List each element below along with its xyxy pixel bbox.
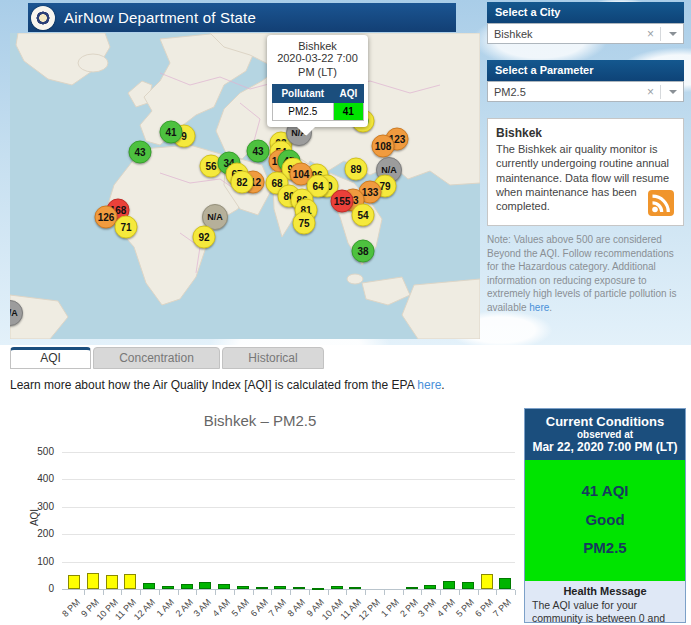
parameter-select-value: PM2.5 bbox=[494, 86, 641, 98]
chart-ytick-label: 0 bbox=[16, 583, 54, 594]
note-period: . bbox=[549, 302, 552, 313]
map-marker[interactable]: 54 bbox=[352, 204, 375, 227]
station-info-box: Bishkek The Bishkek air quality monitor … bbox=[487, 118, 684, 226]
chart-bar bbox=[162, 586, 174, 589]
chart-xtick bbox=[196, 590, 197, 595]
city-clear-icon[interactable]: × bbox=[641, 27, 661, 41]
map-marker[interactable]: 75 bbox=[293, 212, 316, 235]
city-select[interactable]: Bishkek × bbox=[487, 23, 684, 44]
popup-table: Pollutant AQI PM2.5 41 bbox=[272, 84, 364, 121]
chart-bar bbox=[143, 583, 155, 589]
chart-bar bbox=[181, 584, 193, 589]
map-popup: Bishkek 2020-03-22 7:00 PM (LT) Pollutan… bbox=[267, 35, 368, 127]
chart-xtick bbox=[253, 590, 254, 595]
chart-xtick bbox=[178, 590, 179, 595]
map-marker[interactable]: 155 bbox=[331, 190, 354, 213]
chart-gridline bbox=[62, 479, 515, 480]
chart-ytick-label: 100 bbox=[16, 556, 54, 567]
chart-bar bbox=[218, 584, 230, 589]
map-marker[interactable]: 43 bbox=[247, 140, 270, 163]
station-info-title: Bishkek bbox=[496, 126, 675, 140]
chart-bar bbox=[331, 586, 343, 589]
chart-bar bbox=[312, 588, 324, 590]
chart-xtick bbox=[346, 590, 347, 595]
chart-gridline bbox=[62, 562, 515, 563]
chart-xtick bbox=[328, 590, 329, 595]
chart-xtick bbox=[215, 590, 216, 595]
select-city-header: Select a City bbox=[487, 2, 684, 23]
map-marker[interactable]: 108 bbox=[372, 135, 395, 158]
current-conditions-panel: Current Conditions observed at Mar 22, 2… bbox=[524, 408, 686, 623]
map-marker[interactable]: 41 bbox=[160, 121, 183, 144]
chart-xtick bbox=[103, 590, 104, 595]
learn-more-text: Learn more about how the Air Quality Ind… bbox=[10, 378, 417, 392]
chart-gridline bbox=[62, 452, 515, 453]
chart-xtick bbox=[515, 590, 516, 595]
chart-xtick bbox=[478, 590, 479, 595]
tab-aqi[interactable]: AQI bbox=[10, 347, 91, 369]
parameter-caret-icon[interactable] bbox=[669, 90, 677, 98]
chart-x-axis bbox=[62, 589, 515, 590]
rss-icon[interactable] bbox=[648, 190, 674, 216]
popup-datetime: 2020-03-22 7:00 PM (LT) bbox=[271, 52, 364, 80]
chart-bar bbox=[293, 587, 305, 589]
parameter-select[interactable]: PM2.5 × bbox=[487, 81, 684, 102]
chart-bar bbox=[106, 575, 118, 589]
chart-xtick bbox=[290, 590, 291, 595]
map-marker[interactable]: 82 bbox=[231, 171, 254, 194]
sidebar: Select a City Bishkek × Select a Paramet… bbox=[487, 2, 684, 314]
chart-bar bbox=[424, 585, 436, 589]
chart-xtick bbox=[384, 590, 385, 595]
map-marker[interactable]: 71 bbox=[115, 216, 138, 239]
chart-bar bbox=[87, 573, 99, 589]
map-marker[interactable]: 92 bbox=[193, 226, 216, 249]
chart-xtick bbox=[234, 590, 235, 595]
chart-xtick bbox=[309, 590, 310, 595]
chart-xtick bbox=[459, 590, 460, 595]
cc-title: Current Conditions bbox=[527, 414, 683, 429]
popup-col-aqi: AQI bbox=[334, 84, 363, 102]
city-select-value: Bishkek bbox=[494, 28, 641, 40]
chart-xtick bbox=[84, 590, 85, 595]
airnow-page: AirNow Department of State bbox=[0, 0, 691, 625]
cc-pollutant: PM2.5 bbox=[525, 534, 685, 563]
chart-bar bbox=[199, 582, 211, 589]
tab-historical[interactable]: Historical bbox=[222, 347, 324, 369]
chart-xtick bbox=[159, 590, 160, 595]
map-marker[interactable]: 89 bbox=[345, 158, 368, 181]
cc-aqi-block: 41 AQI Good PM2.5 bbox=[525, 460, 685, 581]
cc-health-text: The AQI value for your community is betw… bbox=[525, 599, 685, 625]
chart-bar bbox=[406, 587, 418, 589]
chart-bar bbox=[274, 586, 286, 589]
aqi-bar-chart: Bishkek – PM2.5 AQI 01002003004005008 PM… bbox=[0, 400, 524, 625]
chart-bar bbox=[124, 574, 136, 589]
cc-aqi-category: Good bbox=[525, 506, 685, 535]
app-header: AirNow Department of State bbox=[28, 3, 456, 32]
chart-xtick bbox=[140, 590, 141, 595]
popup-aqi-value: 41 bbox=[334, 102, 363, 120]
view-tabs: AQI Concentration Historical bbox=[10, 347, 326, 369]
chart-ytick-label: 200 bbox=[16, 528, 54, 539]
note-here-link[interactable]: here bbox=[529, 302, 549, 313]
chart-xtick bbox=[421, 590, 422, 595]
chart-xtick bbox=[121, 590, 122, 595]
city-caret-icon[interactable] bbox=[669, 32, 677, 40]
cc-health-title: Health Message bbox=[525, 581, 685, 599]
chart-bar bbox=[68, 575, 80, 589]
parameter-clear-icon[interactable]: × bbox=[641, 85, 661, 99]
chart-gridline bbox=[62, 534, 515, 535]
learn-more-here-link[interactable]: here bbox=[417, 378, 441, 392]
chart-ytick-label: 300 bbox=[16, 501, 54, 512]
map-marker[interactable]: 38 bbox=[352, 240, 375, 263]
popup-city: Bishkek bbox=[271, 40, 364, 52]
select-parameter-header: Select a Parameter bbox=[487, 60, 684, 81]
chart-bar bbox=[443, 581, 455, 589]
chart-xtick bbox=[403, 590, 404, 595]
popup-col-pollutant: Pollutant bbox=[272, 84, 334, 102]
current-conditions-header: Current Conditions observed at Mar 22, 2… bbox=[525, 409, 685, 460]
map-marker[interactable]: 43 bbox=[129, 141, 152, 164]
chart-ytick-label: 500 bbox=[16, 446, 54, 457]
world-aqi-map[interactable]: N/A941435634671128216812671N/A9243935410… bbox=[10, 33, 480, 339]
chart-bar bbox=[256, 587, 268, 589]
tab-concentration[interactable]: Concentration bbox=[93, 347, 220, 369]
